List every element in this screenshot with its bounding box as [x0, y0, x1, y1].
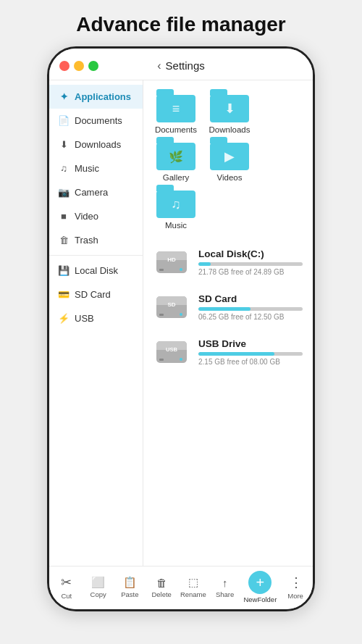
disk-info-local: Local Disk(C:) 21.78 GB free of 24.89 GB — [198, 248, 303, 276]
folder-grid: ≡ Documents ⬇ Downloads — [151, 89, 306, 230]
toolbar-paste-label: Paste — [121, 590, 138, 598]
folder-label: Videos — [217, 173, 243, 182]
folder-icon-music: ♫ — [156, 185, 195, 218]
top-bar-title: Settings — [166, 59, 205, 72]
paste-icon: 📋 — [123, 576, 137, 589]
cut-icon: ✂ — [61, 574, 72, 590]
disk-name: USB Drive — [198, 338, 303, 349]
share-icon: ↑ — [222, 577, 228, 589]
new-folder-icon: + — [248, 571, 272, 594]
phone-shell: ‹ Settings ✦ Applications 📄 Documents ⬇ … — [47, 46, 315, 611]
video-icon: ■ — [58, 211, 70, 222]
folder-item-documents[interactable]: ≡ Documents — [151, 89, 201, 134]
close-button[interactable] — [59, 61, 70, 71]
disk-info-sd: SD Card 06.25 GB free of 12.50 GB — [198, 293, 303, 321]
folder-icon-documents: ≡ — [156, 89, 195, 122]
rename-icon: ⬚ — [188, 576, 198, 589]
sidebar-label: Camera — [75, 187, 108, 198]
svg-rect-16 — [159, 359, 164, 361]
toolbar-more[interactable]: ⋮ More — [282, 574, 308, 600]
sidebar-label: Music — [75, 163, 99, 174]
disk-item-usb[interactable]: USB USB Drive 2.15 GB free of 08.00 GB — [151, 330, 306, 375]
toolbar-share[interactable]: ↑ Share — [212, 577, 238, 598]
folder-icon-downloads: ⬇ — [210, 89, 249, 122]
disk-bar-bg — [198, 307, 303, 311]
sidebar-label: Local Disk — [75, 265, 118, 276]
delete-icon: 🗑 — [156, 577, 167, 589]
top-bar: ‹ Settings — [49, 49, 313, 80]
documents-icon: 📄 — [58, 115, 70, 126]
camera-icon: 📷 — [58, 187, 70, 198]
copy-icon: ⬜ — [91, 576, 105, 589]
music-icon: ♫ — [58, 163, 70, 174]
usb-drive-icon: USB — [153, 335, 190, 369]
toolbar-cut-label: Cut — [61, 592, 72, 600]
folder-label: Documents — [155, 125, 197, 134]
toolbar-cut[interactable]: ✂ Cut — [54, 574, 80, 600]
page-title: Advance file manager — [76, 13, 285, 36]
sidebar-item-camera[interactable]: 📷 Camera — [49, 180, 143, 204]
toolbar-copy[interactable]: ⬜ Copy — [85, 576, 111, 598]
toolbar-more-label: More — [287, 592, 303, 600]
sidebar-item-downloads[interactable]: ⬇ Downloads — [49, 133, 143, 156]
sidebar-item-music[interactable]: ♫ Music — [49, 156, 143, 180]
disk-item-sd[interactable]: SD SD Card 06.25 GB free of 12.50 GB — [151, 285, 306, 330]
disk-name: SD Card — [198, 293, 303, 304]
minimize-button[interactable] — [74, 61, 84, 71]
toolbar-rename[interactable]: ⬚ Rename — [180, 576, 206, 598]
folder-icon-videos: ▶ — [210, 137, 249, 170]
disk-free: 21.78 GB free of 24.89 GB — [198, 268, 303, 276]
main-panel: ≡ Documents ⬇ Downloads — [143, 80, 313, 566]
folder-item-gallery[interactable]: 🌿 Gallery — [151, 137, 201, 182]
sidebar-item-documents[interactable]: 📄 Documents — [49, 109, 143, 133]
sidebar-item-trash[interactable]: 🗑 Trash — [49, 228, 143, 252]
disk-free: 06.25 GB free of 12.50 GB — [198, 313, 303, 321]
disk-bar-fill — [198, 307, 251, 311]
svg-text:SD: SD — [167, 301, 175, 308]
sidebar-label: Documents — [75, 115, 122, 126]
disk-item-local[interactable]: HD Local Disk(C:) 21.78 GB free of 24.89… — [151, 240, 306, 285]
traffic-lights — [59, 61, 98, 71]
local-disk-drive-icon: HD — [153, 246, 190, 279]
disk-name: Local Disk(C:) — [198, 248, 303, 259]
new-folder-button[interactable]: + NewFolder — [243, 571, 277, 603]
toolbar-rename-label: Rename — [180, 590, 206, 598]
toolbar-delete[interactable]: 🗑 Delete — [148, 577, 174, 598]
sidebar-item-sd-card[interactable]: 💳 SD Card — [49, 283, 143, 306]
disk-bar-bg — [198, 352, 303, 356]
sd-card-icon: 💳 — [58, 289, 70, 300]
applications-icon: ✦ — [58, 91, 70, 102]
sd-card-drive-icon: SD — [153, 290, 190, 324]
sidebar-label: SD Card — [75, 289, 111, 300]
svg-rect-11 — [180, 313, 182, 316]
downloads-icon: ⬇ — [58, 139, 70, 150]
sidebar-item-usb[interactable]: ⚡ USB — [49, 306, 143, 330]
local-disk-icon: 💾 — [58, 265, 70, 276]
folder-item-downloads[interactable]: ⬇ Downloads — [204, 89, 255, 134]
folder-label: Downloads — [209, 125, 251, 134]
usb-icon: ⚡ — [58, 313, 70, 324]
toolbar-delete-label: Delete — [151, 590, 171, 598]
sidebar: ✦ Applications 📄 Documents ⬇ Downloads ♫… — [49, 80, 143, 566]
app-content: ✦ Applications 📄 Documents ⬇ Downloads ♫… — [49, 80, 313, 566]
bottom-toolbar: ✂ Cut ⬜ Copy 📋 Paste 🗑 Delete ⬚ Rename ↑… — [49, 566, 313, 609]
folder-icon-gallery: 🌿 — [156, 137, 195, 170]
folder-item-videos[interactable]: ▶ Videos — [204, 137, 255, 182]
disk-section: HD Local Disk(C:) 21.78 GB free of 24.89… — [151, 240, 306, 375]
new-folder-label: NewFolder — [243, 595, 277, 603]
sidebar-item-local-disk[interactable]: 💾 Local Disk — [49, 259, 143, 283]
maximize-button[interactable] — [88, 61, 98, 71]
sidebar-label: Trash — [75, 235, 98, 246]
back-arrow-icon[interactable]: ‹ — [157, 59, 161, 72]
sidebar-item-applications[interactable]: ✦ Applications — [49, 85, 143, 109]
folder-item-music[interactable]: ♫ Music — [151, 185, 201, 230]
sidebar-label: Video — [75, 211, 98, 222]
sidebar-item-video[interactable]: ■ Video — [49, 204, 143, 228]
folder-label: Music — [165, 221, 187, 230]
more-icon: ⋮ — [290, 574, 302, 590]
svg-rect-10 — [159, 314, 164, 316]
svg-rect-17 — [180, 358, 182, 361]
disk-bar-bg — [198, 262, 303, 266]
toolbar-paste[interactable]: 📋 Paste — [117, 576, 143, 598]
trash-icon: 🗑 — [58, 235, 70, 246]
